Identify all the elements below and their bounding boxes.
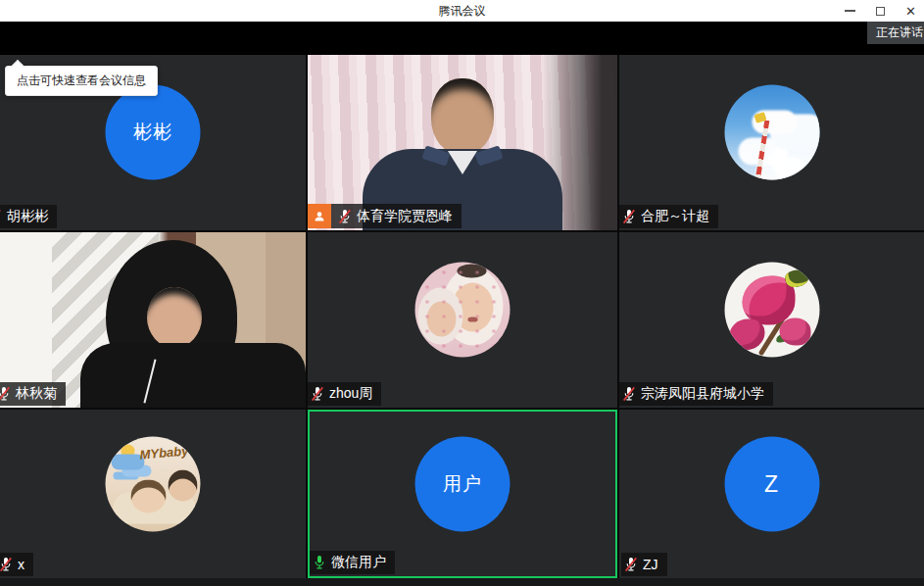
sky-photo-avatar: [724, 84, 819, 179]
mic-muted-icon: [0, 557, 13, 572]
baby-face: [169, 469, 198, 501]
participant-name: 合肥～计超: [641, 208, 709, 225]
participant-tile-8[interactable]: 用户 微信用户: [308, 410, 617, 578]
name-label: ZJ: [621, 553, 667, 576]
window-titlebar: 腾讯会议 ✕: [0, 0, 924, 22]
initials-avatar: 用户: [415, 436, 511, 531]
mic-muted-icon: [622, 209, 636, 224]
initials-avatar: 彬彬: [106, 84, 201, 179]
avatar-initials: 彬彬: [133, 120, 172, 145]
speaking-status-badge: 正在讲话: [867, 22, 924, 44]
name-label: x: [0, 553, 33, 576]
name-label: 体育学院贾恩峰: [308, 204, 462, 228]
maximize-icon[interactable]: [876, 7, 885, 16]
minimize-icon[interactable]: [845, 10, 855, 12]
participant-tile-5[interactable]: zhou周: [308, 232, 617, 408]
participant-grid: 彬彬 胡彬彬: [0, 55, 924, 578]
name-label: 胡彬彬: [0, 205, 57, 228]
window-bottom-edge: [0, 578, 924, 586]
participant-name: 胡彬彬: [7, 208, 48, 225]
mic-muted-icon: [622, 386, 636, 402]
mic-muted-icon: [624, 557, 638, 572]
video-person-face: [147, 287, 202, 348]
mic-muted-icon: [311, 386, 324, 402]
avatar-caption: MYbaby: [139, 443, 189, 462]
participant-name: 微信用户: [331, 554, 386, 571]
mic-muted-icon: [0, 386, 11, 402]
babies-photo-avatar: [415, 262, 511, 357]
participant-name: 体育学院贾恩峰: [357, 208, 453, 225]
participant-name: x: [18, 557, 24, 572]
name-label: 合肥～计超: [619, 205, 718, 228]
window-title: 腾讯会议: [439, 3, 486, 20]
participant-name: 宗涛凤阳县府城小学: [641, 385, 764, 403]
flowers-photo-avatar: [724, 262, 819, 357]
participant-tile-9[interactable]: Z ZJ: [619, 410, 924, 578]
avatar-initials: Z: [764, 470, 779, 497]
window-controls: ✕: [845, 0, 916, 22]
participant-tile-4[interactable]: 林秋菊: [0, 232, 306, 408]
participant-name: 林秋菊: [16, 385, 57, 403]
mybaby-photo-avatar: MYbaby: [106, 436, 201, 531]
name-label: 宗涛凤阳县府城小学: [619, 382, 773, 406]
participant-name: ZJ: [643, 557, 658, 572]
video-person-head: [431, 78, 494, 155]
close-icon[interactable]: ✕: [905, 5, 916, 18]
mic-muted-icon: [338, 209, 352, 224]
participant-tile-3[interactable]: 合肥～计超: [619, 55, 924, 230]
initials-avatar: Z: [724, 436, 819, 531]
participant-tile-7[interactable]: MYbaby x: [0, 410, 306, 578]
name-label: 林秋菊: [0, 382, 66, 406]
name-label: zhou周: [308, 382, 381, 406]
meeting-info-tooltip[interactable]: 点击可快速查看会议信息: [5, 66, 158, 96]
baby-face: [131, 479, 167, 513]
participant-name: zhou周: [329, 385, 372, 403]
participant-tile-2[interactable]: 体育学院贾恩峰: [308, 55, 617, 230]
name-label: 微信用户: [310, 551, 395, 574]
heart-pattern: [415, 262, 511, 357]
pink-flower: [779, 317, 810, 345]
pink-flower: [729, 318, 764, 350]
top-toolbar-strip: 正在讲话: [0, 22, 924, 55]
video-person-body: [80, 343, 306, 408]
mic-active-icon: [313, 555, 326, 570]
avatar-initials: 用户: [443, 471, 482, 497]
participant-tile-6[interactable]: 宗涛凤阳县府城小学: [619, 232, 924, 408]
butterfly-shape: [783, 268, 809, 289]
host-person-icon: [308, 204, 331, 228]
mic-muted-icon: [0, 209, 2, 224]
